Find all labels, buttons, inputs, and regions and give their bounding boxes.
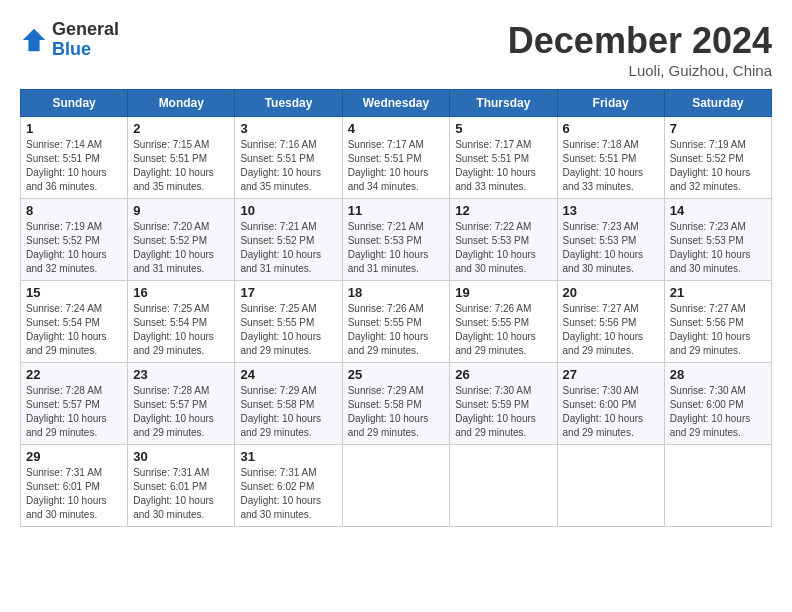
day-cell-16: 16 Sunrise: 7:25 AM Sunset: 5:54 PM Dayl… bbox=[128, 281, 235, 363]
day-number: 7 bbox=[670, 121, 766, 136]
day-cell-17: 17 Sunrise: 7:25 AM Sunset: 5:55 PM Dayl… bbox=[235, 281, 342, 363]
logo-text: General Blue bbox=[52, 20, 119, 60]
day-number: 28 bbox=[670, 367, 766, 382]
header-thursday: Thursday bbox=[450, 90, 557, 117]
day-cell-14: 14 Sunrise: 7:23 AM Sunset: 5:53 PM Dayl… bbox=[664, 199, 771, 281]
day-info: Sunrise: 7:31 AM Sunset: 6:01 PM Dayligh… bbox=[133, 466, 229, 522]
day-info: Sunrise: 7:28 AM Sunset: 5:57 PM Dayligh… bbox=[26, 384, 122, 440]
header-saturday: Saturday bbox=[664, 90, 771, 117]
calendar-week-4: 22 Sunrise: 7:28 AM Sunset: 5:57 PM Dayl… bbox=[21, 363, 772, 445]
logo-icon bbox=[20, 26, 48, 54]
day-info: Sunrise: 7:16 AM Sunset: 5:51 PM Dayligh… bbox=[240, 138, 336, 194]
day-number: 24 bbox=[240, 367, 336, 382]
calendar-week-3: 15 Sunrise: 7:24 AM Sunset: 5:54 PM Dayl… bbox=[21, 281, 772, 363]
day-cell-1: 1 Sunrise: 7:14 AM Sunset: 5:51 PM Dayli… bbox=[21, 117, 128, 199]
day-number: 27 bbox=[563, 367, 659, 382]
day-cell-5: 5 Sunrise: 7:17 AM Sunset: 5:51 PM Dayli… bbox=[450, 117, 557, 199]
title-block: December 2024 Luoli, Guizhou, China bbox=[508, 20, 772, 79]
day-info: Sunrise: 7:20 AM Sunset: 5:52 PM Dayligh… bbox=[133, 220, 229, 276]
day-cell-3: 3 Sunrise: 7:16 AM Sunset: 5:51 PM Dayli… bbox=[235, 117, 342, 199]
day-number: 29 bbox=[26, 449, 122, 464]
day-cell-27: 27 Sunrise: 7:30 AM Sunset: 6:00 PM Dayl… bbox=[557, 363, 664, 445]
day-info: Sunrise: 7:29 AM Sunset: 5:58 PM Dayligh… bbox=[240, 384, 336, 440]
day-info: Sunrise: 7:15 AM Sunset: 5:51 PM Dayligh… bbox=[133, 138, 229, 194]
day-info: Sunrise: 7:27 AM Sunset: 5:56 PM Dayligh… bbox=[670, 302, 766, 358]
day-number: 4 bbox=[348, 121, 445, 136]
day-number: 5 bbox=[455, 121, 551, 136]
day-info: Sunrise: 7:25 AM Sunset: 5:54 PM Dayligh… bbox=[133, 302, 229, 358]
day-info: Sunrise: 7:23 AM Sunset: 5:53 PM Dayligh… bbox=[670, 220, 766, 276]
logo: General Blue bbox=[20, 20, 119, 60]
day-cell-13: 13 Sunrise: 7:23 AM Sunset: 5:53 PM Dayl… bbox=[557, 199, 664, 281]
day-number: 17 bbox=[240, 285, 336, 300]
day-cell-6: 6 Sunrise: 7:18 AM Sunset: 5:51 PM Dayli… bbox=[557, 117, 664, 199]
day-number: 16 bbox=[133, 285, 229, 300]
day-number: 12 bbox=[455, 203, 551, 218]
day-cell-10: 10 Sunrise: 7:21 AM Sunset: 5:52 PM Dayl… bbox=[235, 199, 342, 281]
day-info: Sunrise: 7:19 AM Sunset: 5:52 PM Dayligh… bbox=[26, 220, 122, 276]
header-monday: Monday bbox=[128, 90, 235, 117]
day-info: Sunrise: 7:26 AM Sunset: 5:55 PM Dayligh… bbox=[348, 302, 445, 358]
day-cell-30: 30 Sunrise: 7:31 AM Sunset: 6:01 PM Dayl… bbox=[128, 445, 235, 527]
day-number: 31 bbox=[240, 449, 336, 464]
day-info: Sunrise: 7:31 AM Sunset: 6:01 PM Dayligh… bbox=[26, 466, 122, 522]
day-cell-2: 2 Sunrise: 7:15 AM Sunset: 5:51 PM Dayli… bbox=[128, 117, 235, 199]
day-info: Sunrise: 7:29 AM Sunset: 5:58 PM Dayligh… bbox=[348, 384, 445, 440]
day-cell-15: 15 Sunrise: 7:24 AM Sunset: 5:54 PM Dayl… bbox=[21, 281, 128, 363]
day-number: 14 bbox=[670, 203, 766, 218]
day-number: 10 bbox=[240, 203, 336, 218]
day-cell-25: 25 Sunrise: 7:29 AM Sunset: 5:58 PM Dayl… bbox=[342, 363, 450, 445]
day-info: Sunrise: 7:31 AM Sunset: 6:02 PM Dayligh… bbox=[240, 466, 336, 522]
day-number: 3 bbox=[240, 121, 336, 136]
day-cell-31: 31 Sunrise: 7:31 AM Sunset: 6:02 PM Dayl… bbox=[235, 445, 342, 527]
day-info: Sunrise: 7:18 AM Sunset: 5:51 PM Dayligh… bbox=[563, 138, 659, 194]
day-number: 25 bbox=[348, 367, 445, 382]
day-number: 6 bbox=[563, 121, 659, 136]
calendar-week-5: 29 Sunrise: 7:31 AM Sunset: 6:01 PM Dayl… bbox=[21, 445, 772, 527]
page-header: General Blue December 2024 Luoli, Guizho… bbox=[20, 20, 772, 79]
day-info: Sunrise: 7:25 AM Sunset: 5:55 PM Dayligh… bbox=[240, 302, 336, 358]
svg-marker-0 bbox=[23, 29, 45, 51]
day-cell-12: 12 Sunrise: 7:22 AM Sunset: 5:53 PM Dayl… bbox=[450, 199, 557, 281]
header-friday: Friday bbox=[557, 90, 664, 117]
header-wednesday: Wednesday bbox=[342, 90, 450, 117]
day-info: Sunrise: 7:21 AM Sunset: 5:53 PM Dayligh… bbox=[348, 220, 445, 276]
empty-cell bbox=[664, 445, 771, 527]
day-cell-28: 28 Sunrise: 7:30 AM Sunset: 6:00 PM Dayl… bbox=[664, 363, 771, 445]
day-info: Sunrise: 7:22 AM Sunset: 5:53 PM Dayligh… bbox=[455, 220, 551, 276]
day-info: Sunrise: 7:30 AM Sunset: 5:59 PM Dayligh… bbox=[455, 384, 551, 440]
calendar-header-row: Sunday Monday Tuesday Wednesday Thursday… bbox=[21, 90, 772, 117]
day-info: Sunrise: 7:17 AM Sunset: 5:51 PM Dayligh… bbox=[348, 138, 445, 194]
day-cell-11: 11 Sunrise: 7:21 AM Sunset: 5:53 PM Dayl… bbox=[342, 199, 450, 281]
day-number: 19 bbox=[455, 285, 551, 300]
day-number: 21 bbox=[670, 285, 766, 300]
day-info: Sunrise: 7:17 AM Sunset: 5:51 PM Dayligh… bbox=[455, 138, 551, 194]
day-info: Sunrise: 7:30 AM Sunset: 6:00 PM Dayligh… bbox=[563, 384, 659, 440]
empty-cell bbox=[450, 445, 557, 527]
day-cell-24: 24 Sunrise: 7:29 AM Sunset: 5:58 PM Dayl… bbox=[235, 363, 342, 445]
day-number: 11 bbox=[348, 203, 445, 218]
day-cell-23: 23 Sunrise: 7:28 AM Sunset: 5:57 PM Dayl… bbox=[128, 363, 235, 445]
day-number: 20 bbox=[563, 285, 659, 300]
day-number: 9 bbox=[133, 203, 229, 218]
header-sunday: Sunday bbox=[21, 90, 128, 117]
empty-cell bbox=[557, 445, 664, 527]
day-cell-20: 20 Sunrise: 7:27 AM Sunset: 5:56 PM Dayl… bbox=[557, 281, 664, 363]
day-info: Sunrise: 7:30 AM Sunset: 6:00 PM Dayligh… bbox=[670, 384, 766, 440]
day-info: Sunrise: 7:28 AM Sunset: 5:57 PM Dayligh… bbox=[133, 384, 229, 440]
day-cell-22: 22 Sunrise: 7:28 AM Sunset: 5:57 PM Dayl… bbox=[21, 363, 128, 445]
day-cell-21: 21 Sunrise: 7:27 AM Sunset: 5:56 PM Dayl… bbox=[664, 281, 771, 363]
header-tuesday: Tuesday bbox=[235, 90, 342, 117]
day-cell-7: 7 Sunrise: 7:19 AM Sunset: 5:52 PM Dayli… bbox=[664, 117, 771, 199]
month-title: December 2024 bbox=[508, 20, 772, 62]
day-cell-9: 9 Sunrise: 7:20 AM Sunset: 5:52 PM Dayli… bbox=[128, 199, 235, 281]
day-info: Sunrise: 7:21 AM Sunset: 5:52 PM Dayligh… bbox=[240, 220, 336, 276]
location: Luoli, Guizhou, China bbox=[508, 62, 772, 79]
day-info: Sunrise: 7:19 AM Sunset: 5:52 PM Dayligh… bbox=[670, 138, 766, 194]
calendar-week-2: 8 Sunrise: 7:19 AM Sunset: 5:52 PM Dayli… bbox=[21, 199, 772, 281]
day-number: 1 bbox=[26, 121, 122, 136]
day-number: 30 bbox=[133, 449, 229, 464]
day-cell-4: 4 Sunrise: 7:17 AM Sunset: 5:51 PM Dayli… bbox=[342, 117, 450, 199]
day-number: 13 bbox=[563, 203, 659, 218]
day-cell-18: 18 Sunrise: 7:26 AM Sunset: 5:55 PM Dayl… bbox=[342, 281, 450, 363]
